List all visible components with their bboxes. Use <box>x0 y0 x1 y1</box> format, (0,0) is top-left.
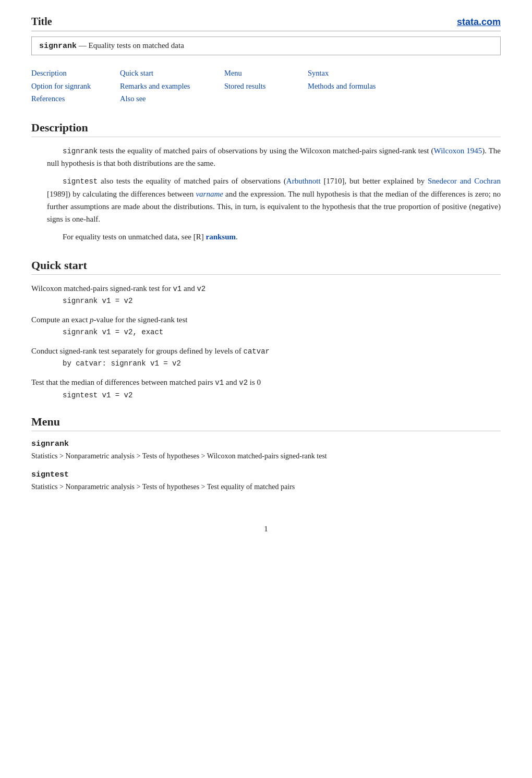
qs-code-4: signtest v1 = v2 <box>63 391 501 399</box>
quickstart-section: Quick start Wilcoxon matched-pairs signe… <box>31 259 501 399</box>
qs-desc-2: Compute an exact p-value for the signed-… <box>31 313 501 326</box>
nav-col4: Syntax Methods and formulas <box>308 67 422 105</box>
page-title: Title <box>31 16 52 28</box>
menu-signtest-label: signtest <box>31 470 501 479</box>
qs-v2-ref-2: v2 <box>239 379 248 387</box>
qs-desc-4: Test that the median of differences betw… <box>31 376 501 388</box>
qs-item-4: Test that the median of differences betw… <box>31 376 501 399</box>
qs-item-3: Conduct signed-rank test separately for … <box>31 345 501 368</box>
page-footer: 1 <box>31 525 501 533</box>
nav-table: Description Option for signrank Referenc… <box>31 67 501 105</box>
quickstart-title: Quick start <box>31 259 501 275</box>
qs-code-1: signrank v1 = v2 <box>63 297 501 305</box>
description-para3: For equality tests on unmatched data, se… <box>47 230 501 243</box>
nav-link-menu[interactable]: Menu <box>224 69 242 77</box>
page-number: 1 <box>264 525 268 533</box>
nav-link-syntax[interactable]: Syntax <box>308 69 329 77</box>
qs-v1-ref-2: v1 <box>215 379 224 387</box>
ranksum-link[interactable]: ranksum <box>206 233 236 241</box>
stata-brand-link[interactable]: stata.com <box>457 17 501 28</box>
description-para2: signtest also tests the equality of matc… <box>47 175 501 225</box>
page-header: Title stata.com <box>31 16 501 31</box>
menu-signtest-path: Statistics > Nonparametric analysis > Te… <box>31 481 501 493</box>
menu-title: Menu <box>31 415 501 431</box>
menu-section: Menu signrank Statistics > Nonparametric… <box>31 415 501 493</box>
nav-link-remarks[interactable]: Remarks and examples <box>120 82 190 90</box>
description-section: Description signrank tests the equality … <box>31 121 501 243</box>
menu-signrank-path: Statistics > Nonparametric analysis > Te… <box>31 451 501 462</box>
nav-link-stored[interactable]: Stored results <box>224 82 265 90</box>
nav-col3: Menu Stored results <box>224 67 308 105</box>
qs-item-2: Compute an exact p-value for the signed-… <box>31 313 501 336</box>
menu-signrank-label: signrank <box>31 440 501 448</box>
qs-v2-ref-1: v2 <box>197 285 205 293</box>
nav-link-quickstart[interactable]: Quick start <box>120 69 153 77</box>
menu-body: signrank Statistics > Nonparametric anal… <box>31 440 501 493</box>
qs-desc-3: Conduct signed-rank test separately for … <box>31 345 501 357</box>
wilcoxon-link[interactable]: Wilcoxon 1945 <box>434 147 482 155</box>
arbuthnott-link[interactable]: Arbuthnott <box>286 177 321 185</box>
description-title: Description <box>31 121 501 137</box>
description-body: signrank tests the equality of matched p… <box>47 144 501 243</box>
quickstart-body: Wilcoxon matched-pairs signed-rank test … <box>31 282 501 399</box>
nav-link-description[interactable]: Description <box>31 69 67 77</box>
p-italic: p <box>90 315 94 324</box>
nav-link-option[interactable]: Option for signrank <box>31 82 91 90</box>
nav-col2: Quick start Remarks and examples Also se… <box>120 67 224 105</box>
command-box: signrank — Equality tests on matched dat… <box>31 37 501 55</box>
nav-link-alsosee[interactable]: Also see <box>120 94 146 103</box>
qs-code-2: signrank v1 = v2, exact <box>63 328 501 336</box>
snedecor-link[interactable]: Snedecor and Cochran <box>428 177 501 185</box>
description-para1: signrank tests the equality of matched p… <box>47 144 501 169</box>
command-dash: — <box>79 41 87 50</box>
command-name: signrank <box>39 42 77 51</box>
nav-link-references[interactable]: References <box>31 94 65 103</box>
nav-col1: Description Option for signrank Referenc… <box>31 67 120 105</box>
qs-catvar-ref: catvar <box>244 347 270 356</box>
command-desc: Equality tests on matched data <box>89 41 184 50</box>
varname-italic: varname <box>196 190 223 198</box>
qs-item-1: Wilcoxon matched-pairs signed-rank test … <box>31 282 501 305</box>
qs-code-3: by catvar: signrank v1 = v2 <box>63 359 501 368</box>
qs-v1-ref-1: v1 <box>173 285 182 293</box>
signrank-cmd-1: signrank <box>63 147 98 155</box>
qs-desc-1: Wilcoxon matched-pairs signed-rank test … <box>31 282 501 295</box>
nav-link-methods[interactable]: Methods and formulas <box>308 82 376 90</box>
signtest-cmd-1: signtest <box>63 177 98 186</box>
